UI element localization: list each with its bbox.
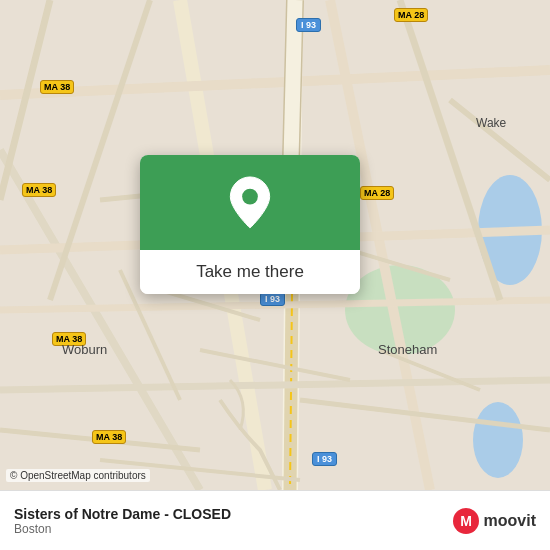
i93-bottom-badge: I 93 [312,452,337,466]
wake-label: Wake [476,116,506,130]
i93-mid-badge: I 93 [260,292,285,306]
moovit-logo: M moovit [452,507,536,535]
ma28-right-top-badge: MA 28 [394,8,428,22]
osm-attribution: © OpenStreetMap contributors [6,469,150,482]
location-card: Take me there [140,155,360,294]
location-city: Boston [14,522,231,536]
ma28-mid-badge: MA 28 [360,186,394,200]
location-info: Sisters of Notre Dame - CLOSED Boston [14,506,231,536]
i93-top-badge: I 93 [296,18,321,32]
stoneham-label: Stoneham [378,342,437,357]
ma38-btm2-badge: MA 38 [92,430,126,444]
card-icon-area [140,155,360,250]
moovit-brand-icon: M [452,507,480,535]
svg-text:M: M [460,513,472,529]
ma38-left-top-badge: MA 38 [40,80,74,94]
ma38-left-mid-badge: MA 38 [22,183,56,197]
svg-point-3 [473,402,523,478]
bottom-bar: Sisters of Notre Dame - CLOSED Boston M … [0,490,550,550]
location-pin-icon [228,175,272,230]
map-container: I 93 MA 38 MA 38 MA 28 MA 28 I 93 MA 38 … [0,0,550,490]
moovit-text: moovit [484,512,536,530]
take-me-there-button[interactable]: Take me there [140,250,360,294]
svg-point-29 [242,189,258,205]
location-name: Sisters of Notre Dame - CLOSED [14,506,231,522]
woburn-label: Woburn [62,342,107,357]
